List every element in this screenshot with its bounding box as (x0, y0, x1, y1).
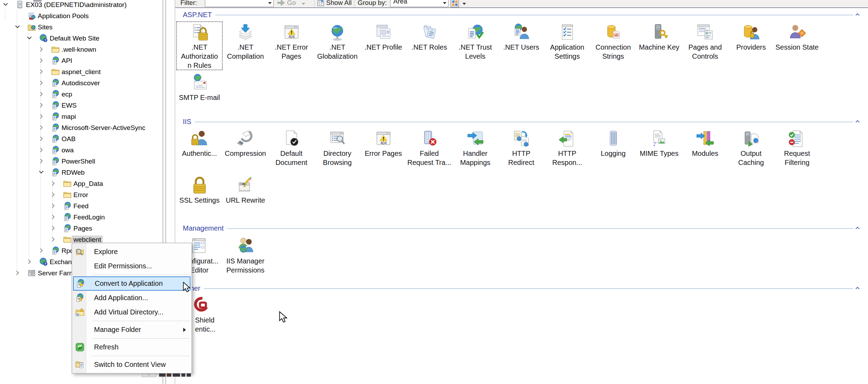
feature-directory-browsing[interactable]: DirectoryBrowsing (315, 128, 360, 167)
feature-failed-request-tra[interactable]: FailedRequest Tra... (407, 128, 452, 167)
menu-item-refresh[interactable]: Refresh (72, 340, 192, 354)
chevron-collapsed-icon[interactable] (50, 237, 56, 242)
feature-iis-manager-permissions[interactable]: IIS ManagerPermissions (223, 236, 268, 275)
menu-item-explore[interactable]: Explore (72, 245, 192, 259)
feature-net-profile[interactable]: .NET Profile (360, 22, 406, 52)
tree-item-mapi[interactable]: mapi (0, 111, 163, 122)
feature-logging[interactable]: Logging (590, 128, 636, 158)
menu-item-add-application[interactable]: Add Application... (72, 291, 192, 305)
tree-item-autodiscover[interactable]: Autodiscover (0, 78, 163, 89)
tree-item-aspnet-client[interactable]: aspnet_client (0, 66, 163, 78)
tree-item-oab[interactable]: OAB (0, 133, 163, 145)
chevron-collapsed-icon[interactable] (38, 69, 44, 74)
group-collapse-chevron-icon[interactable] (854, 226, 861, 230)
feature-url-rewrite[interactable]: URL Rewrite (223, 175, 268, 205)
feature-net-users[interactable]: .NET Users (498, 22, 544, 52)
feature-providers[interactable]: Providers (728, 22, 774, 52)
feature-net-trust-levels[interactable]: .NET TrustLevels (452, 22, 498, 61)
menu-item-convert-to-application[interactable]: Convert to Application (73, 276, 191, 291)
chevron-collapsed-icon[interactable] (50, 214, 56, 220)
chevron-expanded-icon[interactable] (27, 35, 32, 41)
tree-item-error[interactable]: Error (0, 189, 163, 201)
menu-item-add-virtual-directory[interactable]: Add Virtual Directory... (72, 305, 192, 319)
group-collapse-chevron-icon[interactable] (854, 286, 861, 290)
feature-net-error-pages[interactable]: 404.NET ErrorPages (268, 22, 314, 61)
menu-item-edit-permissions[interactable]: Edit Permissions... (72, 259, 192, 273)
chevron-collapsed-icon[interactable] (50, 225, 56, 231)
feature-ssl-settings[interactable]: SSL Settings (177, 175, 222, 205)
group-by-select[interactable]: Area (390, 0, 449, 7)
http-redirect-icon (498, 129, 544, 149)
feature-handler-mappings[interactable]: HandlerMappings (452, 128, 498, 167)
feature-modules[interactable]: Modules (682, 128, 728, 158)
tree-item-ex03-deepnetid-administrator[interactable]: EX03 (DEEPNETID\administrator) (0, 0, 163, 10)
feature-net-globalization[interactable]: .NETGlobalization (315, 22, 360, 61)
tree-item-api[interactable]: API (0, 55, 163, 66)
chevron-collapsed-icon[interactable] (27, 259, 32, 265)
feature-connection-strings[interactable]: abConnectionStrings (590, 22, 636, 61)
tree-item-well-known[interactable]: .well-known (0, 44, 163, 55)
chevron-collapsed-icon[interactable] (38, 248, 44, 253)
tree-item-pages[interactable]: Pages (0, 223, 163, 234)
go-dropdown-icon[interactable] (302, 3, 305, 5)
sites-folder-icon (27, 23, 36, 31)
feature-request-filtering[interactable]: RequestFiltering (774, 128, 820, 167)
chevron-collapsed-icon[interactable] (38, 136, 44, 142)
chevron-expanded-icon[interactable] (15, 24, 20, 30)
feature-compression[interactable]: Compression (223, 128, 268, 158)
chevron-collapsed-icon[interactable] (38, 158, 44, 164)
view-style-dropdown-icon[interactable] (462, 3, 466, 5)
group-collapse-chevron-icon[interactable] (854, 12, 861, 17)
chevron-collapsed-icon[interactable] (38, 125, 44, 130)
menu-item-switch-to-content-view[interactable]: Switch to Content View (72, 357, 192, 372)
chevron-collapsed-icon[interactable] (38, 80, 44, 86)
group-collapse-chevron-icon[interactable] (854, 119, 861, 124)
feature-machine-key[interactable]: Machine Key (636, 22, 682, 52)
chevron-collapsed-icon[interactable] (38, 114, 44, 119)
chevron-collapsed-icon[interactable] (15, 270, 20, 276)
chevron-collapsed-icon[interactable] (38, 102, 44, 108)
tree-item-sites[interactable]: Sites (0, 22, 163, 33)
tree-item-powershell[interactable]: PowerShell (0, 156, 163, 167)
site-globe-icon: ? (39, 258, 48, 266)
tree-item-owa[interactable]: owa (0, 145, 163, 156)
view-style-button[interactable] (451, 0, 459, 7)
filter-input[interactable] (205, 0, 274, 7)
feature-error-pages[interactable]: 404Error Pages (360, 128, 406, 158)
menu-item-manage-folder[interactable]: Manage Folder (72, 323, 192, 337)
feature-http-respon[interactable]: HTTPRespon... (544, 128, 590, 167)
feature-session-state[interactable]: Session State (774, 22, 820, 52)
chevron-collapsed-icon[interactable] (38, 46, 44, 52)
chevron-collapsed-icon[interactable] (38, 147, 44, 153)
chevron-expanded-icon[interactable] (38, 169, 44, 175)
show-all-button[interactable]: Show All (326, 0, 352, 7)
tree-item-default-web-site[interactable]: ?Default Web Site (0, 33, 163, 44)
feature-http-redirect[interactable]: HTTPRedirect (498, 128, 544, 167)
feature-application-settings[interactable]: ApplicationSettings (544, 22, 590, 61)
tree-item-app-data[interactable]: App_Data (0, 178, 163, 189)
add-vdir-icon (75, 307, 85, 317)
tree-item-ecp[interactable]: ecp (0, 89, 163, 100)
chevron-collapsed-icon[interactable] (38, 58, 44, 63)
feature-output-caching[interactable]: OutputCaching (728, 128, 774, 167)
tree-item-feedlogin[interactable]: FeedLogin (0, 212, 163, 223)
chevron-collapsed-icon[interactable] (50, 181, 56, 186)
feature-default-document[interactable]: DefaultDocument (268, 128, 314, 167)
chevron-expanded-icon[interactable] (3, 2, 8, 7)
chevron-collapsed-icon[interactable] (38, 91, 44, 97)
tree-item-microsoft-server-activesync[interactable]: Microsoft-Server-ActiveSync (0, 122, 163, 133)
feature-net-authorizatio-n-rules[interactable]: .NETAuthorization Rules (177, 22, 222, 70)
chevron-collapsed-icon[interactable] (50, 203, 56, 209)
feature-authentic[interactable]: Authentic... (177, 128, 222, 158)
feature-pages-and-controls[interactable]: Pages andControls (682, 22, 728, 61)
feature-smtp-e-mail[interactable]: SMTP E-mail (177, 72, 222, 102)
go-button[interactable]: Go (287, 0, 296, 7)
tree-item-rdweb[interactable]: RDWeb (0, 167, 163, 178)
feature-mime-types[interactable]: ♪MIME Types (636, 128, 682, 158)
feature-net-compilation[interactable]: .NETCompilation (223, 22, 268, 61)
tree-item-ews[interactable]: EWS (0, 100, 163, 111)
feature-net-roles[interactable]: .NET Roles (407, 22, 452, 52)
tree-item-application-pools[interactable]: Application Pools (0, 10, 163, 22)
tree-item-feed[interactable]: Feed (0, 201, 163, 212)
chevron-collapsed-icon[interactable] (50, 192, 56, 197)
